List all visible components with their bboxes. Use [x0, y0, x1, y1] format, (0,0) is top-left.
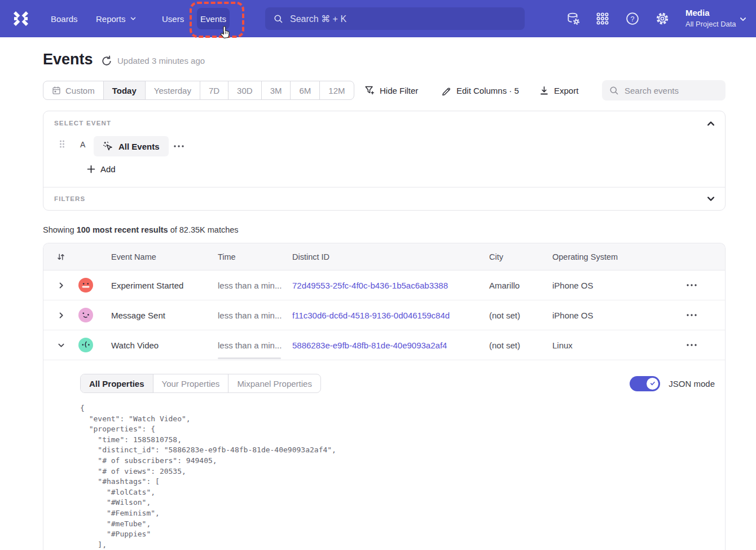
date-option-label: Custom [65, 86, 95, 95]
json-mode-toggle[interactable] [630, 376, 660, 391]
search-icon [609, 86, 619, 95]
distinct-id-link[interactable]: 5886283e-e9fb-48fb-81de-40e9093a2af4 [292, 341, 489, 350]
expand-row-chevron-right-icon[interactable] [55, 309, 67, 321]
project-switcher[interactable]: Media All Project Data [685, 7, 736, 29]
toggle-knob [647, 378, 658, 390]
nav-item-boards[interactable]: Boards [51, 0, 78, 37]
global-search-input[interactable]: Search ⌘ + K [265, 7, 525, 30]
distinct-id-link[interactable]: 72d49553-25fc-4f0c-b436-1b5ac6ab3388 [292, 281, 489, 290]
top-nav: Boards Reports Users Events Search ⌘ + K [0, 0, 756, 37]
page-title: Events [43, 51, 93, 68]
settings-gear-icon[interactable] [656, 12, 669, 25]
date-option-3m[interactable]: 3M [261, 81, 291, 99]
calendar-icon [52, 86, 61, 95]
row-more-icon[interactable] [684, 309, 699, 321]
table-row[interactable]: Message Sent less than a min... f11c30d6… [43, 300, 725, 330]
edit-columns-button[interactable]: Edit Columns · 5 [441, 81, 519, 100]
event-avatar [78, 278, 93, 293]
help-icon[interactable]: ? [626, 12, 639, 25]
event-time: less than a min... [218, 281, 292, 290]
row-more-icon[interactable] [684, 280, 699, 291]
column-header-time[interactable]: Time [218, 252, 292, 261]
edit-columns-label: Edit Columns · 5 [456, 86, 519, 95]
hide-filter-label: Hide Filter [380, 86, 418, 95]
json-mode-label: JSON mode [669, 379, 715, 389]
date-option-30d[interactable]: 30D [228, 81, 261, 99]
event-city: Amarillo [489, 281, 552, 290]
event-name: Watch Video [111, 341, 218, 350]
nav-item-reports-label: Reports [96, 14, 126, 24]
tab-all-properties[interactable]: All Properties [81, 374, 153, 392]
event-city: (not set) [489, 341, 552, 350]
event-name: Message Sent [111, 311, 218, 320]
search-events-input[interactable]: Search events [602, 80, 726, 101]
nav-item-reports[interactable]: Reports [96, 0, 137, 37]
pencil-icon [441, 85, 451, 95]
filter-funnel-icon [364, 85, 375, 95]
date-option-today[interactable]: Today [103, 81, 145, 99]
event-row-letter: A [80, 140, 85, 149]
event-os: iPhone OS [552, 281, 658, 290]
event-json-payload: { "event": "Watch Video", "properties": … [80, 403, 336, 550]
event-row-more-icon[interactable] [173, 141, 187, 152]
add-event-button[interactable]: Add [87, 164, 116, 174]
event-avatar [78, 308, 93, 322]
date-option-custom[interactable]: Custom [43, 81, 103, 99]
sort-icon[interactable] [55, 251, 67, 263]
collapse-section-chevron-up-icon[interactable] [706, 119, 716, 129]
row-more-icon[interactable] [684, 339, 699, 351]
event-city: (not set) [489, 311, 552, 320]
column-header-distinct-id[interactable]: Distinct ID [292, 252, 489, 261]
collapse-row-chevron-down-icon[interactable] [55, 339, 67, 351]
date-option-6m[interactable]: 6M [290, 81, 319, 99]
chevron-down-icon [130, 15, 137, 22]
hide-filter-button[interactable]: Hide Filter [364, 81, 418, 100]
apps-grid-icon[interactable] [596, 12, 609, 25]
mixpanel-events-page: Boards Reports Users Events Search ⌘ + K [0, 0, 756, 550]
global-search-placeholder: Search ⌘ + K [290, 14, 346, 24]
svg-text:?: ? [630, 15, 634, 23]
column-scroll-hint [218, 357, 281, 359]
check-icon [649, 380, 656, 387]
date-option-7d[interactable]: 7D [200, 81, 228, 99]
date-option-12m[interactable]: 12M [319, 81, 353, 99]
table-header-row: Event Name Time Distinct ID City Operati… [43, 243, 725, 270]
data-management-icon[interactable] [566, 12, 580, 25]
last-updated-text: Updated 3 minutes ago [117, 56, 205, 66]
expand-row-chevron-right-icon[interactable] [55, 280, 67, 291]
project-chevron-down-icon[interactable] [739, 15, 747, 23]
mixpanel-logo[interactable] [11, 9, 30, 28]
project-name: Media [685, 7, 736, 19]
tab-mixpanel-properties[interactable]: Mixpanel Properties [228, 374, 320, 392]
refresh-icon[interactable] [101, 55, 112, 67]
event-os: iPhone OS [552, 311, 658, 320]
filters-label: FILTERS [54, 195, 85, 202]
event-name: Experiment Started [111, 281, 218, 290]
select-event-label: SELECT EVENT [54, 120, 111, 126]
column-header-os[interactable]: Operating System [552, 252, 658, 261]
column-header-city[interactable]: City [489, 252, 552, 261]
magic-cursor-icon [103, 141, 113, 152]
event-os: Linux [552, 341, 658, 350]
nav-item-events-active[interactable]: Events [197, 8, 230, 29]
expand-filters-chevron-down-icon[interactable] [706, 194, 716, 204]
results-count: 100 most recent results [77, 225, 168, 234]
event-avatar [78, 338, 93, 352]
drag-handle-icon[interactable] [59, 139, 65, 149]
section-divider [43, 187, 725, 187]
table-row[interactable]: Experiment Started less than a min... 72… [43, 270, 725, 300]
date-option-yesterday[interactable]: Yesterday [145, 81, 200, 99]
all-events-selector[interactable]: All Events [94, 136, 169, 156]
plus-icon [87, 165, 95, 173]
export-button[interactable]: Export [539, 81, 578, 100]
table-row-expanded[interactable]: Watch Video less than a min... 5886283e-… [43, 330, 725, 360]
download-icon [539, 86, 549, 95]
date-range-control: Custom Today Yesterday 7D 30D 3M 6M 12M [43, 81, 354, 100]
mixpanel-logo-icon [12, 10, 29, 27]
distinct-id-link[interactable]: f11c30d6-dc6d-4518-9136-0d046159c84d [292, 311, 489, 320]
search-icon [274, 14, 283, 24]
column-header-event-name[interactable]: Event Name [111, 252, 218, 261]
tab-your-properties[interactable]: Your Properties [153, 374, 228, 392]
nav-item-users[interactable]: Users [162, 0, 184, 37]
search-events-placeholder: Search events [625, 86, 679, 95]
